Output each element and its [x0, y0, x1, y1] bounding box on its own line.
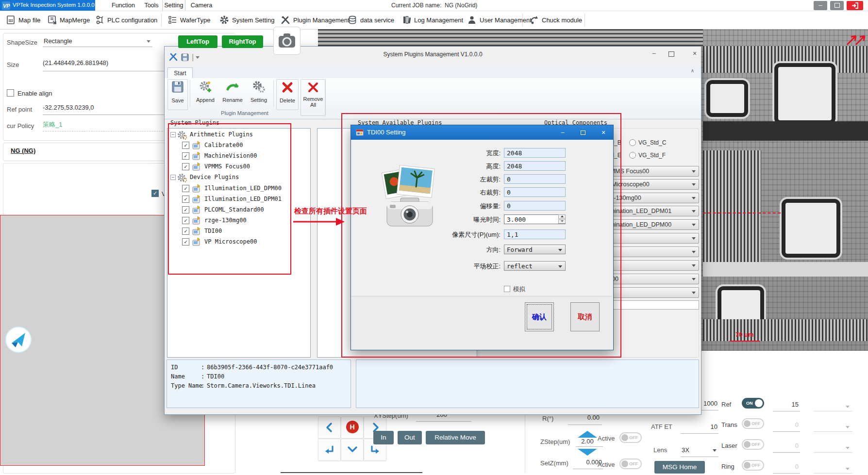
setting-button[interactable]: Setting [247, 79, 270, 109]
lens-label: Lens [653, 446, 667, 454]
annotation-rect-tree [168, 123, 291, 275]
active-toggle-1[interactable]: OFF [619, 432, 642, 443]
relative-move-button[interactable]: Relative Move [426, 431, 485, 444]
chevron-down-icon[interactable] [846, 406, 850, 408]
radio-vg-std-f[interactable] [629, 152, 636, 159]
move-left-button[interactable] [318, 416, 341, 439]
chip-texture-band [318, 29, 703, 46]
zoom-in-button[interactable]: In [373, 431, 394, 444]
measure-dashed-line [703, 213, 781, 213]
ribbon-tab-row: Start ∧ [165, 66, 701, 79]
chevron-down-icon[interactable] [713, 449, 717, 452]
toolbar-separator [522, 14, 523, 26]
laser-value[interactable]: 0 [777, 442, 799, 449]
window-minimize-icon[interactable]: – [647, 49, 661, 57]
atf-value[interactable]: 10 [689, 423, 718, 430]
zoom-out-button[interactable]: Out [398, 431, 422, 444]
r-underline [568, 425, 602, 425]
title-bar: VP VPTek Inspection System 1.0.0.0 Funct… [0, 0, 868, 11]
trans-label: Trans [721, 421, 737, 428]
plugin-detail-box [356, 360, 699, 408]
window-close-icon[interactable]: × [689, 49, 701, 57]
left-top-button[interactable]: LeftTop [178, 35, 217, 48]
enable-align-checkbox[interactable] [7, 89, 14, 97]
ring-toggle[interactable]: OFF [742, 460, 764, 471]
info-name-value: TDI00 [207, 373, 224, 380]
tab-start[interactable]: Start [167, 67, 193, 79]
delete-button[interactable]: Delete [276, 79, 299, 110]
lens-value[interactable]: 3X [682, 446, 703, 454]
menu-tools[interactable]: Tools [141, 0, 162, 11]
r-value[interactable]: 0.00 [566, 414, 600, 421]
toolbar-label: Chuck module [542, 16, 582, 24]
rename-button[interactable]: Rename [220, 79, 245, 109]
lens-underline [681, 457, 718, 457]
laser-label: Laser [721, 442, 737, 449]
shape-size-value: Rectangle [44, 37, 72, 45]
save-button[interactable]: Save [167, 79, 188, 110]
ref-value[interactable]: 15 [777, 401, 799, 408]
laser-dropdown[interactable] [814, 452, 852, 453]
append-button[interactable]: Append [193, 79, 218, 109]
trans-value[interactable]: 0 [777, 421, 799, 428]
setz-underline [573, 469, 603, 469]
radio-vg-std-c[interactable] [629, 139, 636, 146]
corner-left-button[interactable] [318, 439, 341, 461]
trans-toggle[interactable]: OFF [742, 418, 764, 429]
shape-size-select[interactable]: Rectangle [43, 36, 152, 47]
right-top-button[interactable]: RightTop [222, 35, 263, 48]
zstep-up-button[interactable] [578, 431, 597, 438]
ref-dropdown[interactable] [814, 411, 852, 411]
menu-function[interactable]: Function [109, 0, 138, 11]
setz-value[interactable]: 0.000 [568, 459, 602, 466]
annotation-rect-plugins [341, 113, 621, 358]
menu-setting[interactable]: Setting [162, 0, 185, 11]
chevron-down-icon[interactable] [846, 468, 850, 470]
plugin-management-icon [281, 15, 290, 25]
toolbar-separator [161, 14, 162, 26]
expand-corner-icon[interactable] [843, 30, 867, 47]
toggle-knob [621, 434, 628, 441]
ring-dropdown[interactable] [814, 473, 852, 474]
screen: VP VPTek Inspection System 1.0.0.0 Funct… [0, 0, 868, 475]
ribbon-group-label: Plugin Management [165, 110, 325, 116]
plugins-window-titlebar[interactable]: | System Plugins Management V1.0.0.0 – × [165, 47, 701, 66]
cur-policy-label: cur Policy [7, 122, 34, 130]
ribbon-collapse-icon[interactable]: ∧ [691, 68, 694, 73]
radio-label: VG_Std_F [638, 152, 666, 159]
plc-configuration-icon [95, 15, 105, 25]
move-down-button[interactable] [341, 439, 364, 461]
trans-underline [773, 431, 800, 432]
chip-texture-band [703, 319, 868, 341]
exit-button[interactable] [847, 1, 863, 10]
toolbar-label: System Setting [232, 16, 274, 24]
trans-dropdown[interactable] [814, 431, 852, 432]
plugins-window-title: System Plugins Management V1.0.0.0 [165, 51, 701, 58]
zstep-down-button[interactable] [578, 449, 597, 456]
chevron-down-icon[interactable] [846, 426, 850, 428]
camera-snapshot-button[interactable] [273, 27, 300, 55]
menu-camera[interactable]: Camera [188, 0, 215, 11]
map-merge-icon [48, 15, 57, 25]
ref-toggle[interactable]: ON [742, 398, 764, 409]
active-toggle-2[interactable]: OFF [619, 459, 642, 469]
home-button[interactable]: H [341, 416, 364, 439]
toolbar-label: PLC configuration [107, 16, 157, 24]
chevron-down-icon [147, 40, 150, 43]
log-management-icon [402, 15, 412, 25]
laser-toggle[interactable]: OFF [742, 439, 764, 450]
chevron-down-icon[interactable] [846, 447, 850, 449]
minimize-button[interactable]: – [814, 1, 827, 10]
maximize-button[interactable] [830, 1, 844, 10]
annotation-arrow-icon [293, 216, 346, 227]
home-icon: H [346, 421, 359, 433]
msg-home-button[interactable]: MSG Home [654, 461, 705, 474]
toggle-state: OFF [751, 421, 760, 426]
chevron-down-icon [347, 445, 358, 454]
view-checkbox[interactable]: ✓ [151, 190, 159, 197]
window-maximize-icon[interactable] [668, 51, 674, 57]
toolbar-separator [584, 14, 585, 26]
ring-value[interactable]: 0 [777, 463, 799, 470]
save-label: Save [168, 98, 187, 103]
ng-link[interactable]: NG (NG) [11, 147, 35, 154]
